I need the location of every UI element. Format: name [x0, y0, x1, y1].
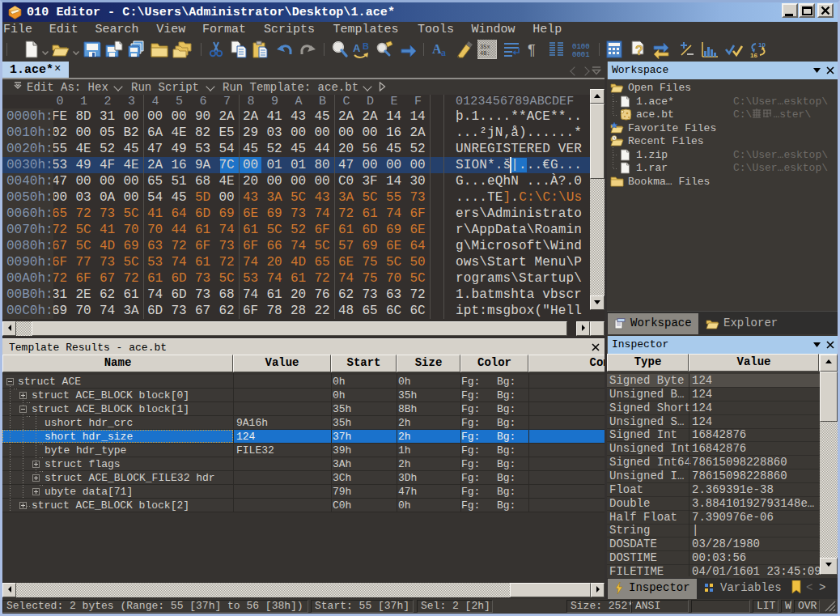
- svg-text:A: A: [353, 42, 361, 54]
- svg-text:16: 16: [750, 52, 757, 59]
- svg-text:4B:: 4B:: [480, 50, 490, 57]
- svg-text:a: a: [441, 47, 446, 58]
- svg-text:B: B: [363, 41, 369, 51]
- svg-text:35x: 35x: [480, 44, 490, 50]
- svg-text:?: ?: [635, 44, 643, 57]
- svg-text:0001: 0001: [572, 51, 590, 59]
- svg-text:0100: 0100: [572, 43, 590, 51]
- svg-text:¶: ¶: [528, 42, 536, 58]
